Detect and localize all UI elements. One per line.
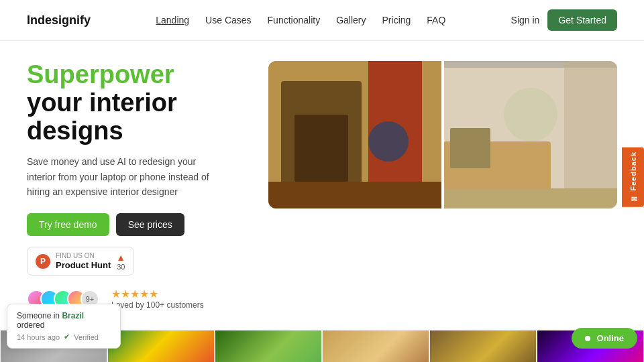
ph-arrow-icon: ▲ — [116, 252, 125, 263]
online-dot-icon — [585, 336, 590, 341]
nav-faq[interactable]: FAQ — [427, 15, 445, 25]
try-demo-button[interactable]: Try free demo — [27, 213, 109, 236]
gallery-item[interactable]: Pop Art — [107, 330, 215, 362]
product-hunt-icon: P — [36, 254, 50, 269]
notif-time: 14 hours ago — [17, 333, 60, 341]
getstarted-button[interactable]: Get Started — [547, 9, 617, 31]
gallery-item-bg — [215, 330, 321, 362]
hero-images — [268, 61, 617, 208]
see-prices-button[interactable]: See prices — [116, 213, 184, 236]
product-hunt-text: FIND US ON Product Hunt — [56, 251, 111, 272]
notif-footer: 14 hours ago ✔ Verified — [17, 333, 111, 341]
loved-label: Loved by 100+ customers — [111, 300, 204, 310]
stars-rating: ★★★★★ Loved by 100+ customers — [111, 288, 204, 310]
nav-usecases[interactable]: Use Cases — [205, 15, 251, 25]
hero-section: Superpower your interior designs Save mo… — [0, 41, 644, 323]
gallery-item-bg — [323, 330, 429, 362]
gallery-item[interactable]: Bohemian — [322, 330, 429, 362]
ph-prefix: FIND US ON — [56, 251, 111, 260]
hero-image-right — [444, 61, 617, 208]
notif-verified: Verified — [74, 333, 99, 341]
brand-logo: Indesignify — [27, 13, 91, 27]
nav-links: Landing Use Cases Functionality Gallery … — [156, 15, 445, 25]
navbar: Indesignify Landing Use Cases Functional… — [0, 0, 644, 41]
product-hunt-badge[interactable]: P FIND US ON Product Hunt ▲ 30 — [27, 247, 134, 276]
hero-image-left — [268, 61, 441, 208]
gallery-item[interactable]: Tropical — [215, 330, 322, 362]
feedback-tab[interactable]: ✉ Feedback — [622, 147, 644, 207]
feedback-tab-wrapper[interactable]: ✉ Feedback — [622, 147, 644, 207]
signin-button[interactable]: Sign in — [511, 15, 540, 25]
nav-functionality[interactable]: Functionality — [268, 15, 321, 25]
nav-right: Sign in Get Started — [511, 9, 617, 31]
hero-title: Superpower your interior designs — [27, 61, 241, 145]
nav-pricing[interactable]: Pricing — [382, 15, 411, 25]
notif-action: ordered — [17, 320, 44, 330]
online-badge: Online — [572, 328, 637, 349]
ph-count-number: 30 — [117, 263, 125, 271]
feedback-icon: ✉ — [629, 194, 637, 203]
ph-count: ▲ 30 — [116, 252, 125, 271]
verified-icon: ✔ — [64, 333, 70, 341]
notif-message: Someone in Brazil ordered — [17, 311, 111, 330]
ph-label: Product Hunt — [56, 260, 111, 270]
hero-title-dark: your interior designs — [27, 88, 177, 145]
nav-landing[interactable]: Landing — [156, 15, 189, 25]
gallery-item-bg — [430, 330, 536, 362]
hero-left: Superpower your interior designs Save mo… — [27, 61, 241, 310]
hero-buttons: Try free demo See prices — [27, 213, 241, 236]
feedback-label: Feedback — [629, 152, 637, 191]
gallery-item-bg — [108, 330, 214, 362]
notif-country: Brazil — [62, 311, 84, 320]
nav-gallery[interactable]: Gallery — [336, 15, 366, 25]
notification-popup: Someone in Brazil ordered 14 hours ago ✔… — [7, 304, 121, 349]
hero-description: Save money and use AI to redesign your i… — [27, 154, 215, 199]
online-label: Online — [597, 333, 624, 343]
gallery-item[interactable]: Vintage Glam — [429, 330, 537, 362]
star-icons: ★★★★★ — [111, 288, 204, 300]
hero-title-green: Superpower — [27, 60, 174, 88]
